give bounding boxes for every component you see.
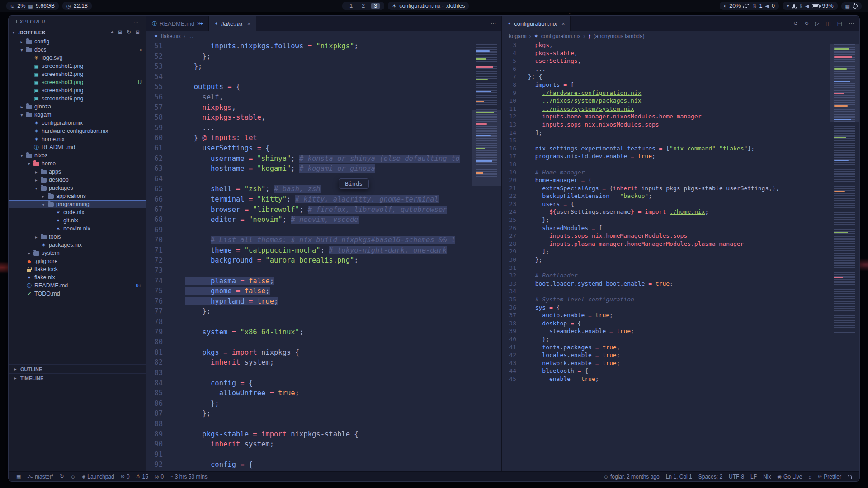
remote-indicator[interactable]: ▦	[16, 474, 21, 479]
notifications[interactable]	[848, 475, 852, 479]
file-TODO.md[interactable]: ✔TODO.md	[9, 290, 146, 298]
language-mode[interactable]: Nix	[763, 474, 771, 480]
file-README.md[interactable]: ⓘREADME.md	[9, 143, 146, 151]
breadcrumb-file[interactable]: configuration.nix	[541, 33, 580, 39]
code-line: };	[185, 399, 501, 409]
layout-icon[interactable]: ▤	[837, 20, 842, 27]
cursor-position[interactable]: Ln 1, Col 1	[666, 474, 692, 480]
file-screenshot6.png[interactable]: ▣screenshot6.png	[9, 94, 146, 103]
breadcrumb-symbol[interactable]: (anonymous lambda)	[594, 33, 645, 39]
file-code.nix[interactable]: ✶code.nix	[9, 208, 146, 216]
more-actions-icon[interactable]: ⋯	[491, 20, 496, 27]
folder-system[interactable]: ▸system	[9, 249, 146, 257]
git-blame[interactable]: ☺foglar, 2 months ago	[604, 474, 660, 480]
breadcrumb-file[interactable]: flake.nix	[161, 33, 181, 39]
chevron-down-icon[interactable]: ▾	[787, 3, 789, 9]
workspace-root[interactable]: ▾ .DOTFILES + ⊞ ↻ ⊟	[9, 28, 146, 37]
folder-programming[interactable]: ▾programming	[9, 200, 146, 208]
code-content[interactable]: pkgs, pkgs-stable, userSettings, ...}: {…	[522, 41, 859, 471]
explorer-more-actions-icon[interactable]: ⋯	[133, 19, 139, 25]
git-sync[interactable]: ↻	[60, 474, 64, 479]
file-logo.svg[interactable]: ☀logo.svg	[9, 54, 146, 62]
file-git.nix[interactable]: ✶git.nix	[9, 216, 146, 225]
file-packages.nix[interactable]: ✶packages.nix	[9, 241, 146, 249]
file-README.md[interactable]: ⓘREADME.md9+	[9, 282, 146, 290]
indentation[interactable]: Spaces: 2	[698, 474, 722, 480]
tab-configuration[interactable]: ✶ configuration.nix ×	[502, 16, 571, 31]
workspace-1[interactable]: 1	[346, 3, 356, 9]
breadcrumb[interactable]: kogami › ✶ configuration.nix › ƒ (anonym…	[502, 31, 859, 41]
breadcrumb-symbol[interactable]: …	[188, 33, 193, 39]
cpu-module[interactable]: ⊙ 2% ▦ 9.66GB	[6, 2, 59, 10]
code-content[interactable]: inputs.nixpkgs.follows = "nixpkgs"; }; }…	[170, 41, 501, 471]
file-hardware-configuration.nix[interactable]: ✶hardware-configuration.nix	[9, 127, 146, 135]
file-flake.nix[interactable]: ✶flake.nix	[9, 273, 146, 282]
accounts[interactable]: ☺	[71, 474, 75, 479]
git-branch[interactable]: ⌥master*	[27, 474, 53, 480]
clock-module[interactable]: ◷ 22:18	[62, 2, 92, 10]
folder-docs[interactable]: ▾docs•	[9, 46, 146, 54]
tab-flake[interactable]: ✶ flake.nix ×	[209, 16, 257, 31]
ports[interactable]: ◎0	[155, 474, 164, 480]
tab-readme[interactable]: ⓘ README.md 9+	[146, 16, 209, 31]
collapse-folders-icon[interactable]: ⊟	[136, 29, 140, 35]
minimap[interactable]	[472, 42, 501, 471]
power-icon[interactable]	[853, 4, 858, 9]
folder-ginoza[interactable]: ▸ginoza	[9, 103, 146, 111]
more-actions-icon[interactable]: ⋯	[849, 20, 854, 27]
timeline-section[interactable]: ▸ TIMELINE	[9, 373, 146, 382]
chevron-right-icon: ›	[529, 33, 531, 39]
new-folder-icon[interactable]: ⊞	[118, 29, 122, 35]
workspace-2[interactable]: 2	[359, 3, 368, 9]
go-live[interactable]: ◉Go Live	[777, 474, 802, 480]
folder-tools[interactable]: ▸tools	[9, 233, 146, 241]
github[interactable]: ⌂	[808, 474, 811, 479]
prettier[interactable]: ⊘Prettier	[818, 474, 841, 480]
folder-config[interactable]: ▸config	[9, 38, 146, 46]
code-editor[interactable]: 5152535455565758596061626364656667686970…	[146, 41, 501, 471]
file-screenshot1.png[interactable]: ▣screenshot1.png	[9, 62, 146, 70]
close-tab-icon[interactable]: ×	[561, 20, 565, 27]
minimap[interactable]	[830, 42, 859, 471]
new-file-icon[interactable]: +	[111, 29, 113, 35]
nav-back-icon[interactable]: ↺	[793, 20, 798, 27]
file-screenshot3.png[interactable]: ▣screenshot3.pngU	[9, 78, 146, 86]
microphone-icon[interactable]	[793, 4, 795, 8]
run-icon[interactable]: ▷	[815, 20, 819, 27]
folder-applications[interactable]: ▸applications	[9, 192, 146, 200]
file-.gitignore[interactable]: ◆.gitignore	[9, 257, 146, 265]
file-flake.lock[interactable]: flake.lock	[9, 265, 146, 273]
workspace-3[interactable]: 3	[371, 3, 380, 9]
folder-nixos[interactable]: ▾nixos	[9, 151, 146, 160]
file-screenshot4.png[interactable]: ▣screenshot4.png	[9, 86, 146, 94]
volume-icon[interactable]: ◀	[805, 3, 809, 9]
outline-section[interactable]: ▸ OUTLINE	[9, 364, 146, 373]
close-tab-icon[interactable]: ×	[247, 20, 251, 27]
code-editor[interactable]: 3456789101112131415161718192021222324252…	[502, 41, 859, 471]
breadcrumb-folder[interactable]: kogami	[509, 33, 527, 39]
power-module[interactable]: ▦	[841, 2, 862, 10]
file-neovim.nix[interactable]: ✶neovim.nix	[9, 225, 146, 233]
folder-apps[interactable]: ▸apps	[9, 168, 146, 176]
file-screenshot2.png[interactable]: ▣screenshot2.png	[9, 70, 146, 78]
bluetooth-icon[interactable]: ᛒ	[799, 3, 802, 9]
wakatime[interactable]: ◔3 hrs 53 mins	[170, 474, 208, 480]
eol[interactable]: LF	[750, 474, 757, 480]
folder-desktop[interactable]: ▸desktop	[9, 176, 146, 184]
errors[interactable]: ⊗0	[121, 474, 130, 480]
sync-icon[interactable]: ↻	[804, 20, 809, 27]
apps-grid-icon[interactable]: ▦	[845, 3, 850, 9]
indicators-module[interactable]: ◐ 20% ⇅ 1 ◀ 0	[720, 2, 779, 10]
tray-module[interactable]: ▾ ᛒ ◀ 99%	[783, 2, 838, 10]
folder-packages[interactable]: ▾packages	[9, 184, 146, 192]
launchpad[interactable]: ◈Launchpad	[82, 474, 114, 480]
warnings[interactable]: ⚠15	[136, 474, 148, 480]
refresh-explorer-icon[interactable]: ↻	[127, 29, 131, 35]
file-configuration.nix[interactable]: ✶configuration.nix	[9, 119, 146, 127]
folder-home[interactable]: ▾home	[9, 160, 146, 168]
breadcrumb[interactable]: ✶ flake.nix › …	[146, 31, 501, 41]
file-home.nix[interactable]: ✶home.nix	[9, 135, 146, 143]
folder-kogami[interactable]: ▾kogami	[9, 111, 146, 119]
encoding[interactable]: UTF-8	[729, 474, 744, 480]
split-editor-icon[interactable]: ◫	[826, 20, 830, 27]
